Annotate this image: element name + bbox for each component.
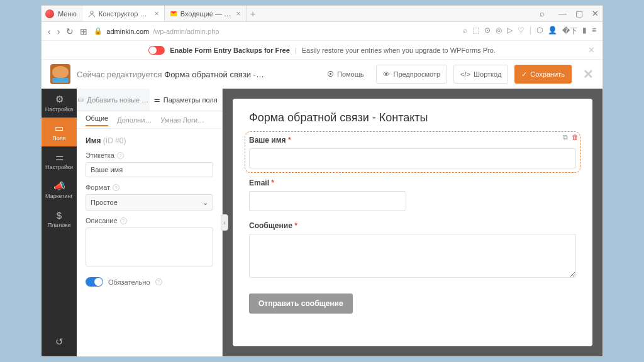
field-label: Ваше имя * bbox=[249, 136, 576, 145]
nav-history[interactable]: ↺ bbox=[42, 327, 77, 356]
maximize-icon[interactable]: ▢ bbox=[575, 9, 583, 18]
editing-label: Сейчас редактируется Форма обратной связ… bbox=[77, 70, 314, 79]
help-icon[interactable]: ? bbox=[117, 152, 124, 159]
close-window-icon[interactable]: ✕ bbox=[592, 9, 599, 18]
name-input[interactable] bbox=[249, 148, 576, 168]
menu-button[interactable]: Меню bbox=[58, 10, 77, 18]
browser-tab[interactable]: Входящие — Яндекс Поч… × bbox=[165, 6, 247, 21]
profile-icon[interactable]: 👤 bbox=[548, 26, 557, 36]
description-input[interactable] bbox=[86, 228, 213, 266]
form-title: Форма обратной связи - Контакты bbox=[249, 111, 576, 124]
history-icon: ↺ bbox=[55, 336, 64, 348]
wpforms-logo bbox=[50, 64, 70, 84]
ext-icon[interactable]: ⊙ bbox=[484, 26, 491, 36]
back-icon[interactable]: ‹ bbox=[48, 26, 51, 36]
nav-payments[interactable]: $Платежи bbox=[42, 204, 77, 233]
ext-icon[interactable]: ▮ bbox=[582, 26, 587, 36]
preview-button[interactable]: 👁 Предпросмотр bbox=[376, 65, 447, 84]
svg-point-0 bbox=[90, 11, 93, 14]
close-icon[interactable]: × bbox=[236, 9, 241, 18]
megaphone-icon: 📣 bbox=[53, 180, 65, 192]
message-input[interactable] bbox=[249, 234, 576, 278]
promo-text: Easily restore your entries when you upg… bbox=[302, 47, 496, 54]
dismiss-icon[interactable]: ✕ bbox=[588, 45, 595, 55]
save-button[interactable]: ✓ Сохранить bbox=[514, 65, 572, 84]
tab-add-fields[interactable]: ▭ Добавить новые … bbox=[77, 89, 150, 111]
opera-icon[interactable] bbox=[45, 9, 54, 18]
ext-icon[interactable]: ◎ bbox=[496, 26, 502, 36]
search-icon[interactable]: ⌕ bbox=[540, 9, 545, 18]
label-input[interactable] bbox=[86, 162, 213, 177]
field-email[interactable]: Email * bbox=[249, 178, 576, 211]
ext-icon[interactable]: ♡ bbox=[518, 26, 525, 36]
help-icon[interactable]: ? bbox=[155, 278, 162, 285]
mail-icon bbox=[170, 10, 177, 18]
tab-title: Входящие — Яндекс Поч… bbox=[180, 10, 233, 18]
browser-tab[interactable]: Конструктор WPForms ‹ A × bbox=[83, 6, 165, 21]
close-builder-icon[interactable]: ✕ bbox=[583, 67, 594, 82]
vertical-nav: ⚙Настройка ▭Поля ⚌Настройки 📣Маркетинг $… bbox=[42, 89, 77, 356]
subtab-general[interactable]: Общие bbox=[86, 114, 108, 126]
toolbar-icons: ⌕ ⬚ ⊙ ◎ ▷ ♡ | ⬡ 👤 �下 ▮ ≡ bbox=[463, 26, 596, 36]
nav-marketing[interactable]: 📣Маркетинг bbox=[42, 175, 77, 204]
help-button[interactable]: ⦿ Помощь bbox=[321, 65, 370, 84]
nav-fields[interactable]: ▭Поля bbox=[42, 118, 77, 146]
tab-field-options[interactable]: ⚌ Параметры поля bbox=[150, 89, 223, 111]
field-name[interactable]: ⧉ 🗑 Ваше имя * bbox=[249, 136, 576, 168]
duplicate-icon[interactable]: ⧉ bbox=[563, 133, 568, 141]
nav-settings[interactable]: ⚌Настройки bbox=[42, 146, 77, 175]
tab-title: Конструктор WPForms ‹ A bbox=[99, 10, 151, 18]
promo-toggle[interactable] bbox=[148, 46, 165, 55]
browser-tabbar: Меню Конструктор WPForms ‹ A × Входящие … bbox=[42, 6, 602, 22]
help-icon[interactable]: ? bbox=[120, 217, 127, 224]
subtab-advanced[interactable]: Дополни… bbox=[117, 116, 152, 124]
menu-icon[interactable]: ≡ bbox=[592, 26, 596, 36]
field-message[interactable]: Сообщение * bbox=[249, 221, 576, 280]
ext-icon[interactable]: ⬚ bbox=[472, 26, 479, 36]
field-label: Сообщение * bbox=[249, 221, 576, 230]
ext-icon[interactable]: ▷ bbox=[507, 26, 513, 36]
sliders-icon: ⚌ bbox=[55, 151, 64, 163]
reload-icon[interactable]: ↻ bbox=[66, 26, 74, 36]
promo-bar: Enable Form Entry Backups for Free | Eas… bbox=[42, 41, 602, 60]
field-heading: Имя (ID #0) bbox=[86, 136, 213, 145]
close-icon[interactable]: × bbox=[154, 9, 159, 18]
required-toggle[interactable] bbox=[86, 277, 103, 287]
format-select[interactable]: Простое⌄ bbox=[86, 194, 213, 211]
help-icon[interactable]: ? bbox=[113, 184, 119, 191]
app-header: Сейчас редактируется Форма обратной связ… bbox=[42, 60, 602, 89]
ext-icon[interactable]: ⬡ bbox=[536, 26, 543, 36]
apps-icon[interactable]: ⊞ bbox=[80, 26, 87, 36]
gear-icon: ⚙ bbox=[55, 94, 64, 105]
subtab-logic[interactable]: Умная Логи… bbox=[160, 116, 204, 124]
url-field[interactable]: 🔒 adminkin.com/wp-admin/admin.php bbox=[94, 27, 457, 35]
collapse-panel-icon[interactable]: ‹ bbox=[221, 214, 228, 231]
chevron-down-icon: ⌄ bbox=[203, 199, 208, 207]
submit-button[interactable]: Отправить сообщение bbox=[249, 293, 353, 314]
download-icon[interactable]: �下 bbox=[562, 26, 577, 36]
label-etiketka: Этикетка? bbox=[86, 151, 213, 159]
new-tab-button[interactable]: + bbox=[250, 8, 256, 19]
nav-setup[interactable]: ⚙Настройка bbox=[42, 89, 77, 118]
fields-icon: ▭ bbox=[55, 123, 64, 134]
promo-title: Enable Form Entry Backups for Free bbox=[170, 47, 290, 54]
person-icon bbox=[88, 10, 96, 18]
forward-icon[interactable]: › bbox=[57, 26, 60, 36]
address-bar: ‹ › ↻ ⊞ 🔒 adminkin.com/wp-admin/admin.ph… bbox=[42, 22, 602, 41]
label-format: Формат? bbox=[86, 184, 213, 191]
url-host: adminkin.com bbox=[106, 28, 149, 35]
dollar-icon: $ bbox=[57, 210, 62, 221]
lock-icon: 🔒 bbox=[94, 27, 103, 35]
email-input[interactable] bbox=[249, 191, 406, 211]
field-label: Email * bbox=[249, 178, 576, 187]
side-panel: ▭ Добавить новые … ⚌ Параметры поля Общи… bbox=[77, 89, 223, 356]
delete-icon[interactable]: 🗑 bbox=[572, 133, 579, 141]
required-label: Обязательно bbox=[108, 278, 150, 286]
shortcode-button[interactable]: </> Шорткод bbox=[453, 65, 508, 84]
minimize-icon[interactable]: — bbox=[558, 9, 567, 18]
ext-icon[interactable]: ⌕ bbox=[463, 26, 467, 36]
url-path: /wp-admin/admin.php bbox=[153, 28, 219, 35]
label-description: Описание? bbox=[86, 217, 213, 224]
form-canvas: Форма обратной связи - Контакты ⧉ 🗑 Ваше… bbox=[223, 89, 602, 356]
